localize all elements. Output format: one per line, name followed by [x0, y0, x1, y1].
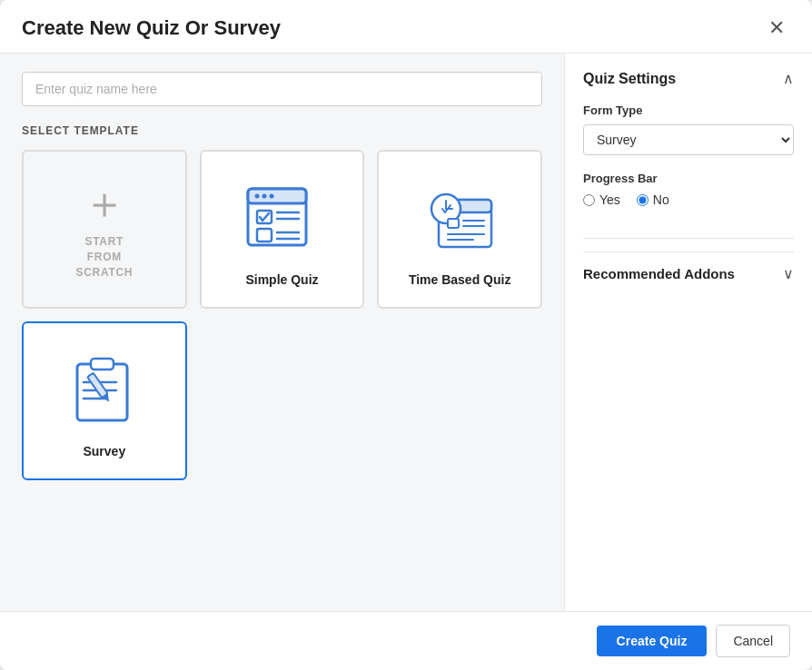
- progress-bar-yes-text: Yes: [599, 192, 620, 207]
- form-type-label: Form Type: [583, 103, 794, 117]
- template-card-scratch[interactable]: ＋ START FROM SCRATCH: [22, 150, 187, 309]
- form-type-field: Form Type Survey Quiz: [583, 103, 794, 172]
- survey-label: Survey: [83, 444, 125, 458]
- svg-point-4: [270, 193, 274, 198]
- dialog-body: SELECT TEMPLATE ＋ START FROM SCRATCH: [0, 54, 812, 611]
- progress-bar-yes-radio[interactable]: [583, 194, 595, 206]
- settings-section-header: Quiz Settings ∧: [583, 70, 794, 87]
- progress-bar-section: Progress Bar Yes No: [583, 172, 794, 207]
- progress-bar-label: Progress Bar: [583, 172, 794, 185]
- time-based-label: Time Based Quiz: [409, 272, 511, 287]
- plus-icon: ＋: [83, 182, 126, 225]
- recommended-addons-chevron-down-icon: ∨: [783, 265, 794, 282]
- svg-rect-26: [91, 359, 114, 369]
- cancel-button[interactable]: Cancel: [716, 625, 790, 657]
- close-button[interactable]: ✕: [763, 16, 790, 40]
- svg-point-2: [255, 193, 260, 198]
- svg-rect-20: [448, 219, 459, 228]
- template-card-simple-quiz[interactable]: Simple Quiz: [200, 150, 365, 309]
- svg-rect-8: [257, 229, 272, 241]
- create-quiz-button[interactable]: Create Quiz: [597, 626, 708, 656]
- settings-divider: [583, 238, 794, 239]
- dialog-footer: Create Quiz Cancel: [0, 611, 812, 670]
- template-card-time-based[interactable]: Time Based Quiz: [377, 150, 542, 309]
- progress-bar-no-label[interactable]: No: [637, 192, 669, 207]
- template-card-survey[interactable]: Survey: [22, 321, 187, 480]
- recommended-addons-title: Recommended Addons: [583, 266, 735, 281]
- survey-icon: [64, 348, 145, 433]
- scratch-label: START FROM SCRATCH: [75, 234, 133, 280]
- dialog-header: Create New Quiz Or Survey ✕: [0, 0, 812, 54]
- simple-quiz-icon: [241, 176, 322, 261]
- form-type-select[interactable]: Survey Quiz: [583, 124, 794, 155]
- progress-bar-no-text: No: [653, 192, 669, 207]
- progress-bar-no-radio[interactable]: [637, 194, 649, 206]
- settings-panel: Quiz Settings ∧ Form Type Survey Quiz Pr…: [565, 54, 812, 611]
- recommended-addons-row[interactable]: Recommended Addons ∨: [583, 251, 794, 282]
- dialog-title: Create New Quiz Or Survey: [22, 16, 281, 40]
- settings-title: Quiz Settings: [583, 71, 676, 87]
- progress-bar-radio-group: Yes No: [583, 192, 794, 207]
- svg-point-3: [262, 193, 267, 198]
- progress-bar-yes-label[interactable]: Yes: [583, 192, 620, 207]
- select-template-label: SELECT TEMPLATE: [22, 124, 542, 137]
- simple-quiz-label: Simple Quiz: [245, 272, 318, 287]
- create-quiz-dialog: Create New Quiz Or Survey ✕ SELECT TEMPL…: [0, 0, 812, 670]
- settings-chevron-up-icon: ∧: [783, 70, 794, 87]
- time-based-quiz-icon: [419, 176, 500, 261]
- quiz-name-input[interactable]: [22, 72, 542, 106]
- main-panel: SELECT TEMPLATE ＋ START FROM SCRATCH: [0, 54, 565, 611]
- templates-grid: ＋ START FROM SCRATCH: [22, 150, 542, 480]
